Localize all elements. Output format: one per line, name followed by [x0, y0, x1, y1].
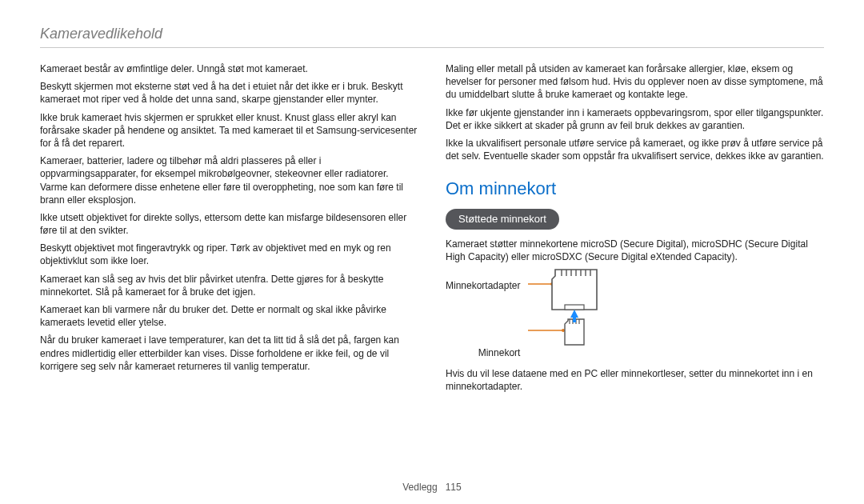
sd-card-icon	[528, 268, 632, 356]
left-column: Kameraet består av ømfintlige deler. Unn…	[40, 62, 418, 398]
body-text: Kameraet kan slå seg av hvis det blir på…	[40, 273, 418, 298]
page-footer: Vedlegg 115	[0, 482, 864, 493]
svg-rect-11	[565, 305, 584, 310]
body-text: Beskytt objektivet mot fingeravtrykk og …	[40, 242, 418, 267]
body-text: Beskytt skjermen mot eksterne støt ved å…	[40, 80, 418, 106]
subsection-pill: Støttede minnekort	[446, 209, 559, 230]
footer-section: Vedlegg	[402, 482, 437, 493]
section-heading: Om minnekort	[446, 177, 824, 201]
body-text: Kameraet kan bli varmere når du bruker d…	[40, 303, 418, 329]
body-text: Kameraer, batterier, ladere og tilbehør …	[40, 154, 418, 206]
right-column: Maling eller metall på utsiden av kamera…	[446, 62, 824, 398]
svg-rect-17	[573, 318, 576, 322]
body-text: Ikke bruk kameraet hvis skjermen er spru…	[40, 111, 418, 150]
body-text: Ikke utsett objektivet for direkte solly…	[40, 211, 418, 237]
body-text: Maling eller metall på utsiden av kamera…	[446, 62, 824, 102]
body-text: Kameraet støtter minnekortene microSD (S…	[446, 238, 824, 263]
body-text: Kameraet består av ømfintlige deler. Unn…	[40, 62, 418, 75]
body-text: Ikke før ukjente gjenstander inn i kamer…	[446, 106, 824, 132]
diagram-label-card: Minnekort	[446, 346, 520, 359]
svg-marker-16	[570, 310, 578, 318]
body-text: Ikke la ukvalifisert personale utføre se…	[446, 137, 824, 162]
body-text: Når du bruker kameraet i lave temperatur…	[40, 334, 418, 373]
page-title: Kameravedlikehold	[40, 26, 824, 42]
memory-card-diagram: Minnekortadapter Minnekort	[446, 268, 824, 359]
body-text: Hvis du vil lese dataene med en PC eller…	[446, 367, 824, 393]
diagram-label-adapter: Minnekortadapter	[446, 279, 520, 292]
footer-page-number: 115	[446, 482, 462, 493]
